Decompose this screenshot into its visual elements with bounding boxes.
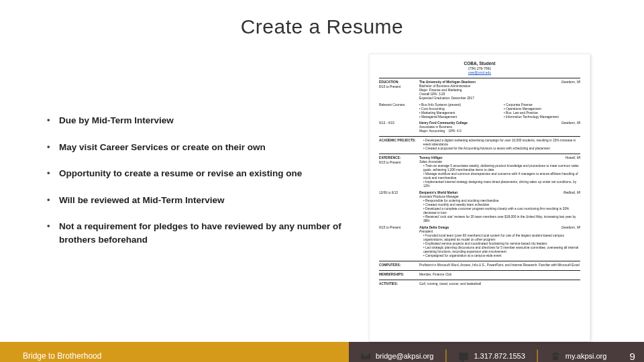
city: Dearborn, MI — [561, 80, 580, 84]
footer-title: Bridge to Brotherhood — [23, 351, 101, 361]
footer-right: bridge@akpsi.org │ 1.317.872.1553 │ my.a… — [349, 342, 644, 362]
resume-projects: ACADEMIC PROJECTS: Developed a digital m… — [379, 139, 580, 151]
grad: Expected Graduation: December 2017 — [419, 97, 580, 101]
resume-education: EDUCATION: 8/15 to Present The Universit… — [379, 80, 580, 101]
bullet-dot-icon: • — [47, 194, 59, 207]
divider — [379, 78, 580, 78]
section-label: Relevant Courses: — [379, 103, 419, 119]
separator-icon: │ — [535, 350, 541, 362]
item: Train an average 5 associates weekly, de… — [423, 164, 580, 172]
label-text: EDUCATION: — [379, 80, 419, 84]
course: Managerial Management — [419, 115, 496, 119]
chat-icon — [459, 353, 468, 360]
item: Founded local team (over 60 members) loc… — [423, 234, 580, 242]
job-body: Benjamin's World MarketRedford, MI Assis… — [419, 191, 580, 223]
text: Golf, running, travel, soccer, and baske… — [419, 282, 580, 286]
divider — [379, 154, 580, 154]
item: Implemented internal strategy designing … — [423, 180, 580, 188]
section-label: EXPERIENCE: 8/15 to Present — [379, 156, 419, 188]
cc-body: Henry Ford Community CollegeDearborn, MI… — [419, 121, 580, 133]
resume-memberships: MEMBERSHIPS: Member, Finance Club — [379, 273, 580, 277]
header: Create a Resume — [0, 0, 644, 54]
resume-preview: COBA, Student (734) 276-7091 user@umd.ed… — [342, 54, 617, 342]
resume-page: COBA, Student (734) 276-7091 user@umd.ed… — [369, 54, 590, 342]
slide-title: Create a Resume — [241, 15, 404, 38]
section-label: MEMBERSHIPS: — [379, 273, 419, 277]
phone-text: 1.317.872.1553 — [474, 352, 525, 360]
item: Manage workflow and common discrepancies… — [423, 172, 580, 180]
bullet-text: Not a requirement for pledges to have re… — [59, 220, 342, 246]
col: Bus./Info Systems (present) Cost Account… — [419, 103, 496, 119]
item: Developed a digital marketing advertisin… — [423, 139, 580, 147]
city: Howell, MI — [566, 156, 580, 160]
item: Developed a complete customer program wo… — [423, 207, 580, 215]
resume-job3: 9/15 to Present Alpha Delta OmegaDearbor… — [379, 226, 580, 258]
text: Member, Finance Club — [419, 273, 580, 277]
dates: 8/15 to Present — [379, 85, 419, 89]
item: Led strategic planning discussions and d… — [423, 246, 580, 254]
section-label: ACADEMIC PROJECTS: — [379, 139, 419, 151]
slide-body: •Due by Mid-Term Interview •May visit Ca… — [0, 54, 644, 342]
label-text: EXPERIENCE: — [379, 156, 419, 160]
item: Created a proposal for the Accounting Ad… — [423, 147, 580, 151]
resume-experience: EXPERIENCE: 8/15 to Present Tommy Hilfig… — [379, 156, 580, 188]
site-text: my.akpsi.org — [566, 352, 607, 360]
divider — [379, 280, 580, 280]
resume-job2: 12/06 to 6/13 Benjamin's World MarketRed… — [379, 191, 580, 223]
footer: Bridge to Brotherhood bridge@akpsi.org │… — [0, 342, 644, 362]
dates: 9/15 to Present — [379, 226, 419, 258]
job-body: Tommy HilfigerHowell, MI Sales Associate… — [419, 156, 580, 188]
footer-phone: 1.317.872.1553 — [459, 352, 525, 360]
projects-body: Developed a digital marketing advertisin… — [419, 139, 580, 151]
courses-cols: Bus./Info Systems (present) Cost Account… — [419, 103, 580, 119]
bullet-item: •Due by Mid-Term Interview — [47, 114, 342, 127]
bullet-item: •May visit Career Services or create on … — [47, 141, 342, 154]
item: Campaigned for organization at a campus-… — [423, 254, 580, 258]
divider — [379, 270, 580, 271]
resume-cc: 9/12 - 4/15 Henry Ford Community College… — [379, 121, 580, 133]
col: Corporate Finance Operations Management … — [504, 103, 580, 119]
home-icon — [551, 352, 560, 360]
resume-courses: Relevant Courses: Bus./Info Systems (pre… — [379, 103, 580, 119]
resume-computers: COMPUTERS: Proficient in Microsoft Word,… — [379, 263, 580, 267]
bullet-text: Opportunity to create a resume or revise… — [59, 167, 302, 180]
mail-icon — [361, 353, 370, 359]
bullet-dot-icon: • — [47, 220, 59, 246]
bullet-text: Due by Mid-Term Interview — [59, 114, 174, 127]
city: Redford, MI — [564, 191, 580, 195]
dates: 12/06 to 6/13 — [379, 191, 419, 223]
bullet-item: •Not a requirement for pledges to have r… — [47, 220, 342, 246]
section-label: ACTIVITIES: — [379, 282, 419, 286]
bullet-text: Will be reviewed at Mid-Term Interview — [59, 194, 224, 207]
resume-email-link: user@umd.edu — [379, 70, 580, 74]
section-body: The University of Michigan-DearbornDearb… — [419, 80, 580, 101]
footer-left: Bridge to Brotherhood — [0, 342, 349, 362]
page-number: 9 — [616, 351, 635, 362]
divider — [379, 136, 580, 137]
city: Dearborn, MI — [561, 121, 580, 125]
email-text: bridge@akpsi.org — [376, 352, 433, 360]
bullet-item: •Will be reviewed at Mid-Term Interview — [47, 194, 342, 207]
school: The University of Michigan-Dearborn — [419, 80, 476, 84]
dates: 9/12 - 4/15 — [379, 121, 419, 133]
job-body: Alpha Delta OmegaDearborn, MI President … — [419, 226, 580, 258]
dates: 8/15 to Present — [379, 161, 419, 165]
footer-email: bridge@akpsi.org — [361, 352, 433, 360]
divider — [379, 261, 580, 261]
major: Major: Accounting — [419, 129, 445, 133]
resume-activities: ACTIVITIES: Golf, running, travel, socce… — [379, 282, 580, 286]
bullet-list: •Due by Mid-Term Interview •May visit Ca… — [47, 54, 342, 342]
bullet-dot-icon: • — [47, 114, 59, 127]
course: Information Technology Management — [504, 115, 580, 119]
footer-site: my.akpsi.org — [551, 352, 607, 360]
gpa: GPA: 4.0 — [448, 129, 461, 133]
separator-icon: │ — [443, 350, 449, 362]
item: Received 'rock star' reviews for 20 team… — [423, 215, 580, 223]
bullet-dot-icon: • — [47, 141, 59, 154]
bullet-item: •Opportunity to create a resume or revis… — [47, 167, 342, 180]
text: Proficient in Microsoft Word, Access, In… — [419, 263, 580, 267]
resume-name: COBA, Student — [379, 61, 580, 66]
slide: Create a Resume •Due by Mid-Term Intervi… — [0, 0, 644, 362]
bullet-text: May visit Career Services or create on t… — [59, 141, 266, 154]
bullet-dot-icon: • — [47, 167, 59, 180]
